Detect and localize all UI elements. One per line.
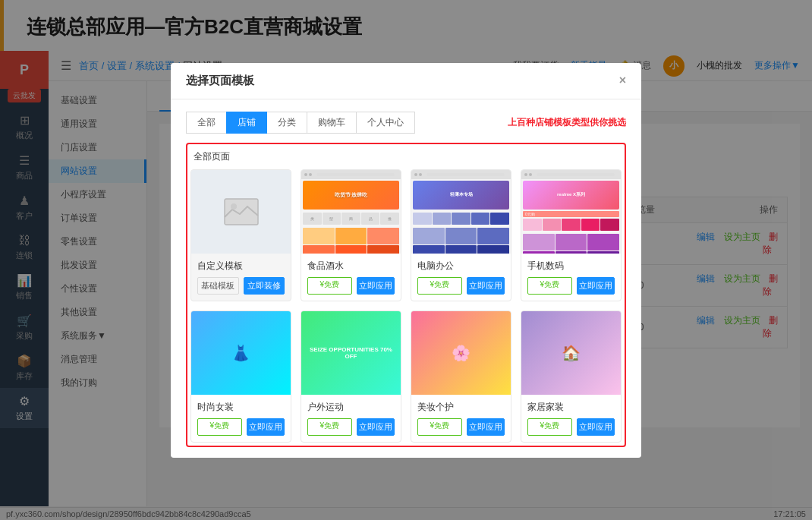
promo-text: 0元购 [525,212,535,216]
computer-free-btn[interactable]: ¥免费 [417,277,462,295]
mini-bar2 [411,170,511,179]
icon2 [543,219,562,231]
beauty-apply-btn[interactable]: 立即应用 [467,418,505,436]
computer-mini-screen: 轻薄本专场 [411,170,511,254]
icon3 [562,219,581,231]
template-card-outdoor[interactable]: SEIZE OPPORTUNITIES 70% OFF 户外运动 ¥免费 立即应… [301,310,401,443]
url-bar-mini2 [426,173,505,176]
decor-now-btn[interactable]: 立即装修 [244,277,285,295]
modal-header: 选择页面模板 × [171,63,641,99]
phone-free-btn[interactable]: ¥免费 [527,277,572,295]
template-modal: 选择页面模板 × 全部 店铺 分类 购物车 个人中心 上百种店铺模板类型供你挑选… [171,63,641,458]
product1 [303,228,335,244]
product6 [367,245,399,254]
phone-apply-btn[interactable]: 立即应用 [577,277,615,295]
dot [529,173,532,176]
home-name: 家居家装 [527,401,615,414]
food-apply-btn[interactable]: 立即应用 [357,277,395,295]
home-preview: 🏠 [521,311,621,395]
modal-tab-profile[interactable]: 个人中心 [356,112,415,134]
product5 [555,251,587,254]
section-label: 全部页面 [190,150,622,163]
home-apply-btn[interactable]: 立即应用 [577,418,615,436]
home-actions: ¥免费 立即应用 [527,418,615,436]
food-banner: 吃货节·放肆吃 [303,181,399,210]
modal-tab-store[interactable]: 店铺 [226,112,267,134]
mini-bar3 [521,170,621,179]
modal-hint: 上百种店铺模板类型供你挑选 [508,116,626,129]
dot [309,173,312,176]
modal-close-button[interactable]: × [619,74,626,87]
laptop-banner: 轻薄本专场 [413,181,509,210]
phone-mini-screen: realme X系列 0元购 [521,170,621,254]
food-free-btn[interactable]: ¥免费 [307,277,352,295]
food-actions: ¥免费 立即应用 [307,277,395,295]
outdoor-preview: SEIZE OPPORTUNITIES 70% OFF [301,311,401,395]
basic-template-btn[interactable]: 基础模板 [197,277,239,295]
icon5: 推 [380,213,399,225]
computer-name: 电脑办公 [417,260,505,273]
product2 [445,228,477,244]
template-card-phone[interactable]: realme X系列 0元购 [521,169,622,301]
product1 [413,228,445,244]
dot [419,173,422,176]
icon4: 品 [361,213,380,225]
home-info: 家居家装 ¥免费 立即应用 [521,395,621,442]
computer-apply-btn[interactable]: 立即应用 [467,277,505,295]
dot [524,173,527,176]
mini-products [301,226,401,254]
outdoor-free-btn[interactable]: ¥免费 [307,418,352,436]
fashion-actions: ¥免费 立即应用 [197,418,285,436]
fashion-icon: 👗 [231,344,250,362]
product1 [523,234,555,251]
template-card-food[interactable]: 吃货节·放肆吃 类 型 商 品 推 [301,169,401,301]
modal-tab-all[interactable]: 全部 [186,112,227,134]
food-thumb: 吃货节·放肆吃 类 型 商 品 推 [301,170,401,254]
product3 [587,234,619,251]
image-icon [223,197,260,226]
template-card-home[interactable]: 🏠 家居家装 ¥免费 立即应用 [521,310,622,443]
dot [414,173,417,176]
outdoor-apply-btn[interactable]: 立即应用 [357,418,395,436]
dot [304,173,307,176]
product3 [477,228,509,244]
product5 [445,245,477,254]
modal-tabs: 全部 店铺 分类 购物车 个人中心 上百种店铺模板类型供你挑选 [186,112,626,134]
icon1: 类 [303,213,322,225]
fashion-free-btn[interactable]: ¥免费 [197,418,242,436]
beauty-free-btn[interactable]: ¥免费 [417,418,462,436]
product6 [477,245,509,254]
outdoor-thumb: SEIZE OPPORTUNITIES 70% OFF [301,311,401,395]
beauty-name: 美妆个护 [417,401,505,414]
template-card-computer[interactable]: 轻薄本专场 [411,169,511,301]
home-free-btn[interactable]: ¥免费 [527,418,572,436]
icon2 [433,213,452,225]
template-grid: 自定义模板 基础模板 立即装修 [190,169,622,443]
computer-info: 电脑办公 ¥免费 立即应用 [411,254,511,301]
home-thumb: 🏠 [521,311,621,395]
modal-tab-category[interactable]: 分类 [266,112,307,134]
product4 [303,245,335,254]
custom-thumb [191,170,291,254]
product3 [367,228,399,244]
custom-actions: 基础模板 立即装修 [197,277,285,295]
computer-actions: ¥免费 立即应用 [417,277,505,295]
mini-icon-grid: 类 型 商 品 推 [301,211,401,226]
fashion-apply-btn[interactable]: 立即应用 [247,418,285,436]
icon3: 商 [341,213,360,225]
custom-name: 自定义模板 [197,260,285,273]
modal-tab-cart[interactable]: 购物车 [307,112,357,134]
food-info: 食品酒水 ¥免费 立即应用 [301,254,401,301]
home-icon: 🏠 [562,344,581,362]
icon1 [523,219,542,231]
mini-products3 [521,232,621,254]
template-card-beauty[interactable]: 🌸 美妆个护 ¥免费 立即应用 [411,310,511,443]
modal-overlay[interactable]: 选择页面模板 × 全部 店铺 分类 购物车 个人中心 上百种店铺模板类型供你挑选… [0,0,812,506]
template-section: 全部页面 自定义模板 [186,143,626,447]
template-card-custom[interactable]: 自定义模板 基础模板 立即装修 [190,169,291,301]
fashion-preview: 👗 [191,311,291,395]
icon5 [490,213,509,225]
svg-point-5 [231,203,237,210]
modal-title: 选择页面模板 [186,74,254,88]
template-card-fashion[interactable]: 👗 时尚女装 ¥免费 立即应用 [190,310,291,443]
